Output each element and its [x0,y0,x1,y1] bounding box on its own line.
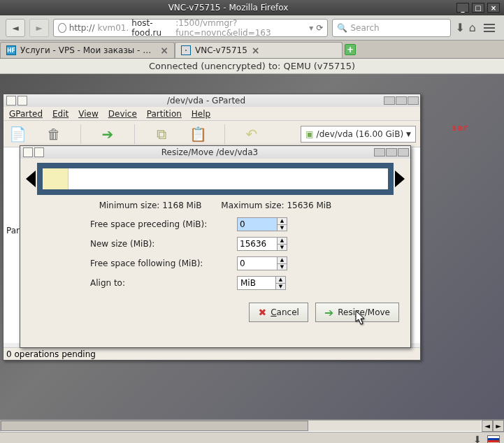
preceding-field[interactable] [237,217,278,231]
preceding-input[interactable]: ▲▼ [237,217,287,231]
copy-icon[interactable]: ⧉ [152,124,171,144]
tab-2[interactable]: · VNC-v75715 × [175,42,343,58]
home-icon[interactable]: ⌂ [469,21,476,34]
appmenu-icon[interactable] [17,96,27,106]
scroll-thumb[interactable] [1,421,308,431]
globe-icon [58,23,66,33]
scroll-right-icon[interactable]: ► [493,420,504,432]
cancel-button[interactable]: ✖ Cancel [249,303,308,322]
window-title: VNC-v75715 - Mozilla Firefox [0,3,456,13]
newsize-input[interactable]: ▲▼ [237,237,287,251]
statusbar: ⬇ [0,432,504,443]
newsize-field[interactable] [237,237,278,251]
undo-icon[interactable]: ↶ [242,124,261,144]
minimize-button[interactable]: _ [456,3,469,13]
min-size: Minimum size: 1168 MiB [99,201,202,210]
up-icon[interactable]: ▲ [278,257,287,264]
max-icon[interactable] [386,148,397,157]
dialog-titlebar[interactable]: Resize/Move /dev/vda3 [20,146,410,159]
align-select[interactable]: MiB ▲▼ [237,276,286,290]
align-value: MiB [240,278,256,288]
appmenu-icon[interactable] [34,147,44,157]
menu-edit[interactable]: Edit [52,109,69,119]
maximize-button[interactable]: □ [472,3,484,13]
slider-left-handle[interactable] [26,170,36,187]
resize-dialog[interactable]: Resize/Move /dev/vda3 Minimum size: 1168… [20,145,411,348]
dropdown-icon[interactable]: ▾ [309,23,313,33]
firefox-toolbar: ◄ ► http://kvm01.host-food.ru:1500/vmmgr… [0,15,504,41]
new-tab-button[interactable]: + [343,41,358,58]
tab-close-icon[interactable]: × [252,45,260,55]
dialog-form: Free space preceding (MiB): ▲▼ New size … [20,210,410,293]
scroll-track[interactable] [0,420,482,432]
back-button[interactable]: ◄ [6,19,25,37]
gparted-titlebar[interactable]: /dev/vda - GParted [3,94,420,107]
gparted-title: /dev/vda - GParted [30,96,382,106]
cancel-icon: ✖ [258,307,266,318]
down-icon[interactable]: ▼ [276,284,285,290]
column-header: Par [6,226,20,235]
appmenu-icon[interactable] [23,147,33,157]
device-selector[interactable]: ▣ /dev/vda (16.00 GiB) ▼ [301,126,416,143]
remote-desktop[interactable]: ser /dev/vda - GParted GParted Edit View… [0,74,504,419]
keyboard-layout-flag[interactable] [487,435,500,444]
url-scheme: http:// [69,23,95,33]
partition-slider[interactable] [20,159,410,199]
url-host: host-food.ru [131,18,173,38]
url-bar[interactable]: http://kvm01.host-food.ru:1500/vmmgr?fun… [53,19,328,37]
resize-icon[interactable]: ➔ [98,124,117,144]
close-icon[interactable] [408,96,419,105]
align-label: Align to: [90,278,237,288]
search-placeholder: Search [350,23,379,33]
search-bar[interactable]: 🔍 Search [332,19,451,37]
downloads-icon[interactable]: ⬇ [455,21,464,34]
desktop-text: ser [452,123,469,133]
resize-button[interactable]: ➔ Resize/Move [315,303,399,322]
close-button[interactable]: × [487,3,500,13]
new-icon[interactable]: 📄 [8,124,27,144]
menu-gparted[interactable]: GParted [9,109,43,119]
min-icon[interactable] [374,148,385,157]
following-input[interactable]: ▲▼ [237,256,287,270]
search-icon: 🔍 [337,23,347,33]
horizontal-scrollbar[interactable]: ◄ ► [0,419,504,432]
menu-partition[interactable]: Partition [147,109,182,119]
forward-button[interactable]: ► [29,19,49,37]
menu-view[interactable]: View [78,109,98,119]
up-icon[interactable]: ▲ [278,238,287,245]
firefox-titlebar: VNC-v75715 - Mozilla Firefox _ □ × [0,0,504,15]
menu-help[interactable]: Help [192,109,210,119]
down-icon[interactable]: ▼ [278,245,287,251]
url-sub: kvm01. [97,23,129,33]
delete-icon[interactable]: 🗑 [44,124,64,144]
menu-device[interactable]: Device [108,109,137,119]
tab-1[interactable]: HF Услуги - VPS - Мои заказы - manager.h… [0,42,175,58]
max-size: Maximum size: 15636 MiB [221,201,331,210]
close-icon[interactable] [398,148,409,157]
reload-icon[interactable]: ⟳ [316,23,323,33]
download-indicator-icon[interactable]: ⬇ [473,434,482,444]
gparted-toolbar: 📄 🗑 ➔ ⧉ 📋 ↶ ▣ /dev/vda (16.00 GiB) ▼ [3,121,420,147]
down-icon[interactable]: ▼ [278,225,287,231]
appmenu-icon[interactable] [6,96,16,106]
paste-icon[interactable]: 📋 [188,124,208,144]
partition-bar[interactable] [37,163,394,195]
down-icon[interactable]: ▼ [278,264,287,270]
tab-close-icon[interactable]: × [160,45,168,55]
tab-label: Услуги - VPS - Мои заказы - manager.h… [20,45,156,55]
dialog-buttons: ✖ Cancel ➔ Resize/Move [20,293,410,322]
apply-icon: ➔ [324,306,333,319]
min-icon[interactable] [384,96,395,105]
slider-right-handle[interactable] [395,170,405,187]
used-space [43,168,69,189]
vnc-status: Connected (unencrypted) to: QEMU (v75715… [0,59,504,73]
max-icon[interactable] [396,96,407,105]
chevron-down-icon: ▼ [406,131,411,138]
up-icon[interactable]: ▲ [278,218,287,225]
status-text: 0 operations pending [6,349,96,359]
scroll-left-icon[interactable]: ◄ [482,420,493,432]
following-field[interactable] [237,256,278,270]
menu-button[interactable] [480,19,498,37]
url-path: :1500/vmmgr?func=novnc&elid=163 [175,18,302,38]
up-icon[interactable]: ▲ [276,277,285,284]
